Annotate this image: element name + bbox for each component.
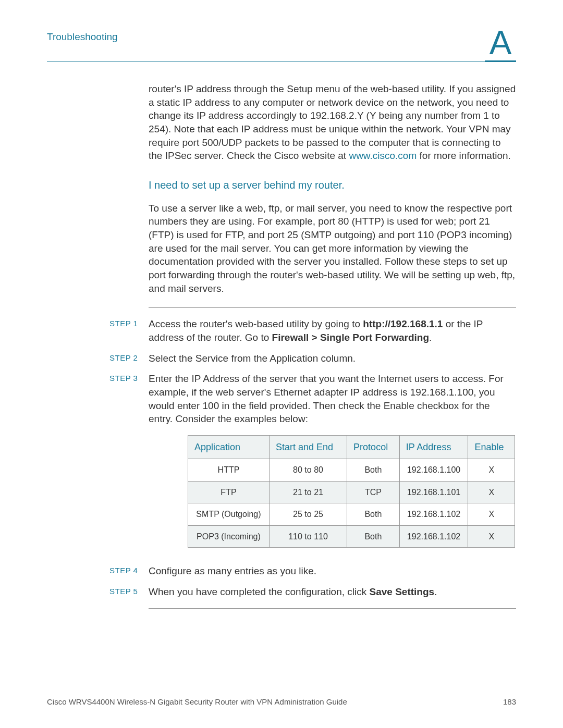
step-text: When you have completed the configuratio… [149, 586, 370, 597]
subheading: I need to set up a server behind my rout… [149, 178, 516, 192]
cell: 192.168.1.102 [399, 503, 468, 526]
step-text: . [434, 586, 437, 597]
step-4: STEP 4 Configure as many entries as you … [109, 564, 516, 578]
step-text: Enter the IP Address of the server that … [149, 373, 504, 424]
cell: Both [347, 459, 400, 482]
body-paragraph: To use a server like a web, ftp, or mail… [149, 202, 516, 295]
cell: POP3 (Incoming) [188, 525, 270, 548]
col-protocol: Protocol [347, 435, 400, 459]
step-bold: http://192.168.1.1 [363, 318, 443, 329]
cell: 192.168.1.100 [399, 459, 468, 482]
port-forwarding-table: Application Start and End Protocol IP Ad… [188, 435, 515, 548]
step-bold: Save Settings [370, 586, 435, 597]
cell: Both [347, 503, 400, 526]
step-1: STEP 1 Access the router's web-based uti… [109, 317, 516, 344]
step-text: . [429, 332, 432, 343]
cell: 80 to 80 [269, 459, 347, 482]
page-number: 183 [503, 697, 516, 706]
col-application: Application [188, 435, 270, 459]
table-row: FTP 21 to 21 TCP 192.168.1.101 X [188, 481, 515, 503]
cell: SMTP (Outgoing) [188, 503, 270, 526]
page-header: Troubleshooting A [47, 26, 516, 62]
cisco-link[interactable]: www.cisco.com [349, 150, 417, 161]
step-2: STEP 2 Select the Service from the Appli… [109, 352, 516, 365]
intro-text-suffix: for more information. [417, 150, 511, 161]
cell: Both [347, 525, 400, 548]
col-ip-address: IP Address [399, 435, 468, 459]
table-header-row: Application Start and End Protocol IP Ad… [188, 435, 515, 459]
steps-top-rule [149, 307, 516, 308]
step-body: Enter the IP Address of the server that … [149, 372, 516, 557]
cell: 21 to 21 [269, 481, 347, 503]
page: Troubleshooting A router's IP address th… [0, 0, 563, 728]
intro-paragraph: router's IP address through the Setup me… [149, 82, 516, 163]
cell: 192.168.1.102 [399, 525, 468, 548]
step-label: STEP 1 [109, 317, 149, 344]
step-bold: Firewall > Single Port Forwarding [272, 332, 429, 343]
step-label: STEP 3 [109, 372, 149, 557]
footer-title: Cisco WRVS4400N Wireless-N Gigabit Secur… [47, 697, 347, 706]
steps-block: STEP 1 Access the router's web-based uti… [109, 317, 516, 598]
step-body: Select the Service from the Application … [149, 352, 516, 365]
cell: 110 to 110 [269, 525, 347, 548]
cell: 25 to 25 [269, 503, 347, 526]
step-body: When you have completed the configuratio… [149, 585, 516, 599]
intro-text-prefix: router's IP address through the Setup me… [149, 83, 516, 161]
step-label: STEP 2 [109, 352, 149, 365]
appendix-block: A [485, 26, 516, 62]
step-label: STEP 5 [109, 585, 149, 599]
cell: X [468, 459, 515, 482]
cell: HTTP [188, 459, 270, 482]
body-content: router's IP address through the Setup me… [149, 82, 516, 295]
cell: FTP [188, 481, 270, 503]
cell: TCP [347, 481, 400, 503]
table-row: HTTP 80 to 80 Both 192.168.1.100 X [188, 459, 515, 482]
step-body: Access the router's web-based utility by… [149, 317, 516, 344]
table-row: POP3 (Incoming) 110 to 110 Both 192.168.… [188, 525, 515, 548]
table-row: SMTP (Outgoing) 25 to 25 Both 192.168.1.… [188, 503, 515, 526]
appendix-letter: A [485, 26, 516, 59]
cell: X [468, 503, 515, 526]
step-label: STEP 4 [109, 564, 149, 578]
steps-bottom-rule [149, 608, 516, 609]
step-3: STEP 3 Enter the IP Address of the serve… [109, 372, 516, 557]
step-text: Access the router's web-based utility by… [149, 318, 363, 329]
col-start-end: Start and End [269, 435, 347, 459]
cell: 192.168.1.101 [399, 481, 468, 503]
header-rule [47, 61, 516, 61]
cell: X [468, 525, 515, 548]
section-title: Troubleshooting [47, 31, 118, 43]
col-enable: Enable [468, 435, 515, 459]
step-5: STEP 5 When you have completed the confi… [109, 585, 516, 599]
cell: X [468, 481, 515, 503]
step-body: Configure as many entries as you like. [149, 564, 516, 578]
page-footer: Cisco WRVS4400N Wireless-N Gigabit Secur… [47, 697, 516, 706]
